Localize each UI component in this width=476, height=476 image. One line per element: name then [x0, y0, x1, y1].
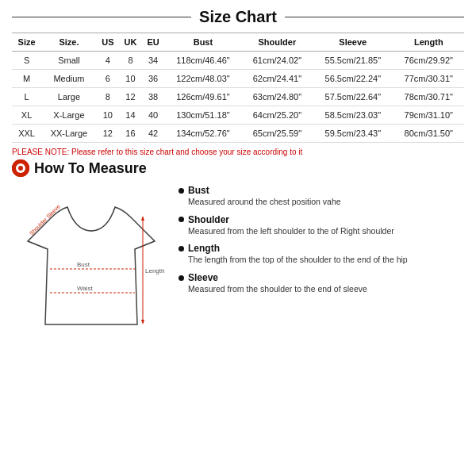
svg-point-2 [18, 166, 23, 171]
table-cell: 38 [142, 88, 164, 106]
table-cell: 76cm/29.92" [393, 52, 464, 70]
table-cell: 118cm/46.46" [164, 52, 241, 70]
measure-item-desc: The length from the top of the shoulder … [188, 254, 464, 266]
measure-item-title: Length [178, 243, 464, 254]
svg-text:Length: Length [145, 267, 164, 274]
measure-item-title: Bust [178, 185, 464, 196]
table-header-cell: Size [12, 33, 41, 52]
table-header-cell: US [97, 33, 119, 52]
table-cell: 77cm/30.31" [393, 70, 464, 88]
table-cell: 58.5cm/23.03" [313, 106, 393, 125]
table-cell: 14 [119, 106, 142, 125]
table-cell: Large [41, 88, 97, 106]
table-cell: M [12, 70, 41, 88]
table-cell: 80cm/31.50" [393, 125, 464, 143]
measure-icon [12, 159, 29, 177]
table-cell: 56.5cm/22.24" [313, 70, 393, 88]
tshirt-illustration: Shoulder Sleeve Bust Waist Length [12, 182, 171, 340]
table-cell: 4 [97, 52, 119, 70]
table-row: XXLXX-Large121642134cm/52.76"65cm/25.59"… [12, 125, 464, 143]
measure-item-desc: Measured from the shoulder to the end of… [188, 283, 464, 295]
table-cell: 10 [97, 106, 119, 125]
table-cell: XL [12, 106, 41, 125]
table-header-cell: Size. [41, 33, 97, 52]
measure-item: Length The length from the top of the sh… [178, 243, 464, 266]
measure-item-heading: Sleeve [188, 272, 218, 283]
table-cell: S [12, 52, 41, 70]
bullet-icon [178, 188, 184, 194]
bottom-section: Shoulder Sleeve Bust Waist Length Bust [12, 182, 464, 340]
table-cell: 34 [142, 52, 164, 70]
page-container: Size Chart SizeSize.USUKEUBustShoulderSl… [0, 0, 476, 476]
table-cell: 134cm/52.76" [164, 125, 241, 143]
table-header-cell: Shoulder [242, 33, 313, 52]
table-cell: X-Large [41, 106, 97, 125]
table-cell: 78cm/30.71" [393, 88, 464, 106]
title-row: Size Chart [12, 8, 464, 26]
title-line-right [285, 17, 464, 17]
table-cell: 59.5cm/23.43" [313, 125, 393, 143]
table-header-cell: EU [142, 33, 164, 52]
table-cell: 57.5cm/22.64" [313, 88, 393, 106]
table-cell: 61cm/24.02" [242, 52, 313, 70]
table-row: MMedium61036122cm/48.03"62cm/24.41"56.5c… [12, 70, 464, 88]
table-header-cell: Bust [164, 33, 241, 52]
bullet-icon [178, 275, 184, 281]
svg-marker-12 [141, 320, 144, 324]
measure-descriptions: Bust Measured around the chest position … [178, 182, 464, 340]
table-cell: 6 [97, 70, 119, 88]
table-cell: Medium [41, 70, 97, 88]
table-cell: 36 [142, 70, 164, 88]
table-cell: 8 [97, 88, 119, 106]
table-header-cell: Sleeve [313, 33, 393, 52]
measure-item: Bust Measured around the chest position … [178, 185, 464, 208]
svg-text:Waist: Waist [77, 285, 93, 292]
table-cell: Small [41, 52, 97, 70]
table-header-cell: Length [393, 33, 464, 52]
page-title: Size Chart [199, 8, 277, 26]
bullet-icon [178, 217, 184, 222]
measure-item-heading: Length [188, 243, 220, 254]
table-cell: XX-Large [41, 125, 97, 143]
table-cell: L [12, 88, 41, 106]
measure-title: How To Measure [34, 160, 147, 177]
measure-item-title: Shoulder [178, 214, 464, 225]
measure-item-desc: Measured around the chest position vahe [188, 196, 464, 208]
table-row: XLX-Large101440130cm/51.18"64cm/25.20"58… [12, 106, 464, 125]
table-cell: 42 [142, 125, 164, 143]
table-cell: 63cm/24.80" [242, 88, 313, 106]
table-cell: 65cm/25.59" [242, 125, 313, 143]
table-cell: 122cm/48.03" [164, 70, 241, 88]
note-text: PLEASE NOTE: Please refer to this size c… [12, 148, 464, 156]
measure-title-row: How To Measure [12, 159, 464, 177]
measure-item-heading: Bust [188, 185, 209, 196]
table-row: SSmall4834118cm/46.46"61cm/24.02"55.5cm/… [12, 52, 464, 70]
measure-item: Sleeve Measured from the shoulder to the… [178, 272, 464, 295]
table-cell: 8 [119, 52, 142, 70]
bullet-icon [178, 246, 184, 251]
measure-item: Shoulder Measured from the left shoulder… [178, 214, 464, 237]
table-cell: 62cm/24.41" [242, 70, 313, 88]
measure-item-desc: Measured from the left shoulder to the o… [188, 225, 464, 237]
table-cell: 10 [119, 70, 142, 88]
svg-text:Bust: Bust [77, 261, 90, 268]
table-cell: 55.5cm/21.85" [313, 52, 393, 70]
table-cell: 16 [119, 125, 142, 143]
table-cell: 126cm/49.61" [164, 88, 241, 106]
table-cell: 130cm/51.18" [164, 106, 241, 125]
table-cell: 79cm/31.10" [393, 106, 464, 125]
table-header-row: SizeSize.USUKEUBustShoulderSleeveLength [12, 33, 464, 52]
measure-item-title: Sleeve [178, 272, 464, 283]
measure-item-heading: Shoulder [188, 214, 229, 225]
svg-marker-11 [141, 216, 144, 221]
table-cell: XXL [12, 125, 41, 143]
table-cell: 12 [119, 88, 142, 106]
title-line-left [12, 17, 191, 17]
table-cell: 12 [97, 125, 119, 143]
table-cell: 40 [142, 106, 164, 125]
size-chart-table: SizeSize.USUKEUBustShoulderSleeveLength … [12, 33, 464, 143]
table-cell: 64cm/25.20" [242, 106, 313, 125]
table-header-cell: UK [119, 33, 142, 52]
table-row: LLarge81238126cm/49.61"63cm/24.80"57.5cm… [12, 88, 464, 106]
